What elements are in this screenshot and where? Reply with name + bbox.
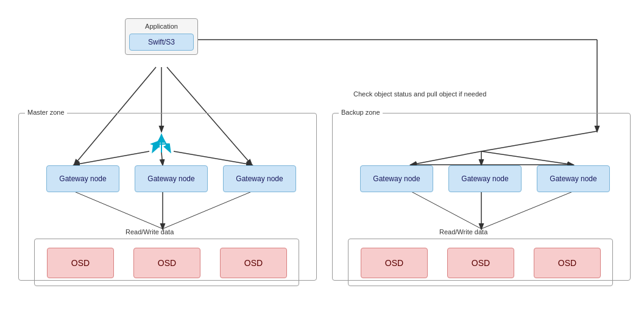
master-zone-box: Master zone Gateway node Gateway node Ga… <box>18 113 317 281</box>
diagram-container: Application Swift/S3 Master zone Gateway… <box>0 0 644 313</box>
backup-gateway-node-3: Gateway node <box>537 165 610 192</box>
backup-gateway-node-2: Gateway node <box>448 165 522 192</box>
master-gateway-node-3: Gateway node <box>223 165 296 192</box>
backup-gateway-node-1: Gateway node <box>360 165 433 192</box>
application-box: Application Swift/S3 <box>125 18 198 55</box>
check-object-label: Check object status and pull object if n… <box>353 90 486 98</box>
backup-osd-container: OSD OSD OSD <box>348 239 613 286</box>
master-zone-label: Master zone <box>25 109 67 116</box>
backup-osd-2: OSD <box>447 248 514 278</box>
backup-osd-3: OSD <box>534 248 601 278</box>
backup-zone-label: Backup zone <box>339 109 383 116</box>
master-osd-container: OSD OSD OSD <box>34 239 299 286</box>
backup-osd-1: OSD <box>361 248 428 278</box>
application-title: Application <box>129 23 194 30</box>
master-osd-1: OSD <box>47 248 114 278</box>
backup-readwrite-label: Read/Write data <box>439 228 487 236</box>
master-readwrite-label: Read/Write data <box>126 228 174 236</box>
master-gateway-node-1: Gateway node <box>46 165 119 192</box>
master-osd-3: OSD <box>220 248 287 278</box>
master-gateway-node-2: Gateway node <box>135 165 208 192</box>
backup-zone-box: Backup zone Gateway node Gateway node Ga… <box>332 113 631 281</box>
master-osd-2: OSD <box>133 248 200 278</box>
swift-s3-box: Swift/S3 <box>129 34 194 51</box>
